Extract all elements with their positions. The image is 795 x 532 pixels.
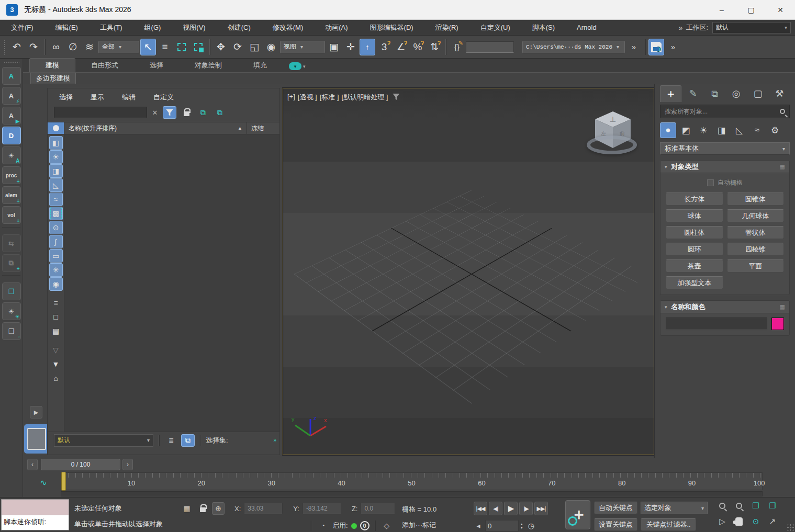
tab-hierarchy[interactable]: ⧉ — [704, 85, 725, 102]
zoom-extents-button[interactable]: ❒ — [749, 500, 762, 512]
pan-view-button[interactable] — [733, 515, 745, 528]
maximize-button[interactable]: ▢ — [736, 0, 766, 19]
menu-overflow-icon[interactable]: » — [679, 24, 682, 32]
key-mode-toggle-icon[interactable]: ◂ — [474, 519, 483, 532]
tab-utilities[interactable]: ⚒ — [769, 85, 790, 102]
filter-hidden-eye-icon[interactable]: ◉ — [49, 277, 63, 291]
display-list-view-icon[interactable]: ≡ — [49, 296, 63, 310]
zoom-button[interactable] — [716, 500, 729, 512]
object-type-rollout-header[interactable]: ▾ 对象类型 ▦ — [660, 161, 789, 173]
menu-modifiers[interactable]: 修改器(M) — [262, 20, 315, 35]
project-folder-dropdown[interactable]: C:\Users\me···ds Max 2026 ▾ — [522, 41, 625, 53]
plane-button[interactable]: 平面 — [727, 259, 785, 273]
tab-motion[interactable]: ◎ — [726, 85, 746, 102]
box-button[interactable]: 长方体 — [666, 193, 723, 206]
explorer-preset-dropdown[interactable]: 默认 ▾ — [54, 434, 153, 447]
filter-frozen-icon[interactable]: ▭ — [49, 249, 63, 263]
rectangular-selection-region-button[interactable] — [174, 39, 189, 55]
filter-helpers-icon[interactable]: ◺ — [49, 178, 63, 192]
viewcube-compass-ring[interactable] — [587, 135, 637, 154]
z-coordinate-field[interactable] — [361, 503, 395, 514]
keyboard-shortcut-override-toggle[interactable]: ↑ — [360, 39, 375, 55]
arnold-render-button[interactable]: A▶ — [2, 107, 21, 124]
reference-coordinate-dropdown[interactable]: 视图 ▾ — [280, 41, 325, 53]
light-group-button[interactable]: ☀☀ — [2, 302, 21, 320]
toolbar-grip[interactable] — [4, 39, 6, 55]
selection-lock-toggle[interactable] — [196, 502, 209, 515]
ribbon-tab-object-paint[interactable]: 对象绘制 — [179, 59, 238, 72]
menu-customize[interactable]: 自定义(U) — [469, 20, 521, 35]
time-slider-frame-display[interactable]: 0 / 100 — [41, 459, 120, 470]
viewport-menu-shading[interactable]: [默认明暗处理 ] — [342, 93, 388, 102]
scene-object-list[interactable] — [64, 134, 279, 432]
sort-by-hierarchy-button[interactable]: ⧉ — [181, 434, 195, 447]
bind-to-space-warp-button[interactable]: ≋ — [82, 39, 97, 55]
redo-button[interactable]: ↷ — [26, 39, 41, 55]
filter-button[interactable] — [163, 106, 176, 119]
current-frame-field[interactable] — [485, 520, 519, 531]
selection-filter-dropdown[interactable]: 全部 ▾ — [98, 41, 139, 53]
angle-snap-toggle[interactable]: ∠ʔ — [393, 39, 409, 55]
key-filters-button[interactable]: 关键点过滤器.. — [641, 518, 696, 531]
previous-frame-button[interactable]: ‹ — [27, 459, 38, 470]
select-and-rotate-button[interactable]: ⟳ — [230, 39, 245, 55]
mini-curve-editor-button[interactable]: ∿ — [32, 476, 54, 489]
sphere-button[interactable]: 球体 — [666, 209, 723, 222]
filter-xrefs-icon[interactable]: ▩ — [49, 207, 63, 220]
explorer-menu-display[interactable]: 显示 — [91, 93, 104, 102]
time-configuration-button[interactable]: ◷ — [525, 519, 538, 532]
toolbar-overflow-icon[interactable]: » — [665, 39, 681, 55]
next-frame-button[interactable]: › — [122, 459, 133, 470]
render-elements-button[interactable]: ❒▫ — [2, 322, 21, 340]
menu-edit[interactable]: 编辑(E) — [44, 20, 89, 35]
frame-spinner[interactable]: ▴▾ — [521, 522, 523, 529]
add-time-tag-button[interactable]: 添加···标记 — [402, 520, 436, 530]
ribbon-tab-modeling[interactable]: 建模 — [29, 58, 75, 72]
set-key-button[interactable]: 设置关键点 — [594, 518, 637, 531]
name-color-rollout-header[interactable]: ▾ 名称和颜色 ▦ — [660, 301, 789, 313]
tube-button[interactable]: 管状体 — [727, 226, 785, 239]
menu-create[interactable]: 创建(C) — [217, 20, 262, 35]
collection-folder-icon[interactable]: ⌂ — [49, 371, 63, 385]
menu-rendering[interactable]: 渲染(R) — [424, 20, 469, 35]
tab-display[interactable]: ▢ — [747, 85, 768, 102]
absolute-mode-transform-toggle[interactable]: ⊕ — [212, 502, 225, 515]
select-and-move-button[interactable]: ✥ — [213, 39, 229, 55]
autogrid-checkbox[interactable] — [707, 179, 714, 186]
menu-arnold[interactable]: Arnold — [566, 20, 608, 35]
menu-animation[interactable]: 动画(A) — [314, 20, 359, 35]
menu-views[interactable]: 视图(V) — [172, 20, 216, 35]
display-detail-icon[interactable]: ▤ — [49, 324, 63, 338]
select-and-scale-button[interactable]: ◱ — [247, 39, 262, 55]
pyramid-button[interactable]: 四棱锥 — [727, 243, 785, 256]
category-shapes-button[interactable]: ◩ — [678, 122, 694, 138]
footer-overflow-icon[interactable]: » — [273, 437, 276, 443]
cylinder-button[interactable]: 圆柱体 — [666, 226, 723, 239]
listener-output-pane[interactable]: 脚本迷你侦听: — [2, 515, 69, 530]
filter-geometry-icon[interactable]: ◧ — [49, 136, 63, 150]
selection-region-net-icon[interactable]: ▦ — [181, 502, 193, 515]
ribbon-tab-selection[interactable]: 选择 — [134, 59, 179, 72]
filter-wheel-icon[interactable]: ✳ — [49, 263, 63, 277]
ribbon-tab-freeform[interactable]: 自由形式 — [75, 59, 134, 72]
close-button[interactable]: ✕ — [766, 0, 795, 19]
category-geometry-button[interactable]: ● — [660, 122, 676, 138]
viewport-filter-icon[interactable] — [393, 94, 399, 100]
window-crossing-toggle[interactable] — [191, 39, 206, 55]
listener-macro-pane[interactable] — [2, 500, 69, 515]
isolate-selection-toggle[interactable]: ◇ — [380, 519, 393, 532]
convert-scene-button[interactable]: ⇆ — [2, 234, 21, 252]
field-of-view-button[interactable]: ▷ — [716, 515, 729, 528]
x-coordinate-field[interactable] — [244, 503, 283, 514]
explorer-menu-customize[interactable]: 自定义 — [153, 93, 174, 102]
maxscript-mini-listener[interactable]: 脚本迷你侦听: — [1, 499, 69, 530]
ribbon-tab-populate[interactable]: 填充 — [238, 59, 283, 72]
percent-snap-toggle[interactable]: %ʔ — [410, 39, 426, 55]
explorer-menu-edit[interactable]: 编辑 — [122, 93, 136, 102]
display-none-icon[interactable]: □ — [49, 310, 63, 324]
snap-toggle-button[interactable]: 3ʔ — [376, 39, 392, 55]
category-cameras-button[interactable]: ◨ — [713, 122, 730, 138]
y-coordinate-field[interactable] — [303, 503, 341, 514]
view-cube[interactable]: 上 左 前 — [587, 108, 639, 161]
filter-funnel-icon[interactable]: ▽ — [49, 343, 63, 357]
